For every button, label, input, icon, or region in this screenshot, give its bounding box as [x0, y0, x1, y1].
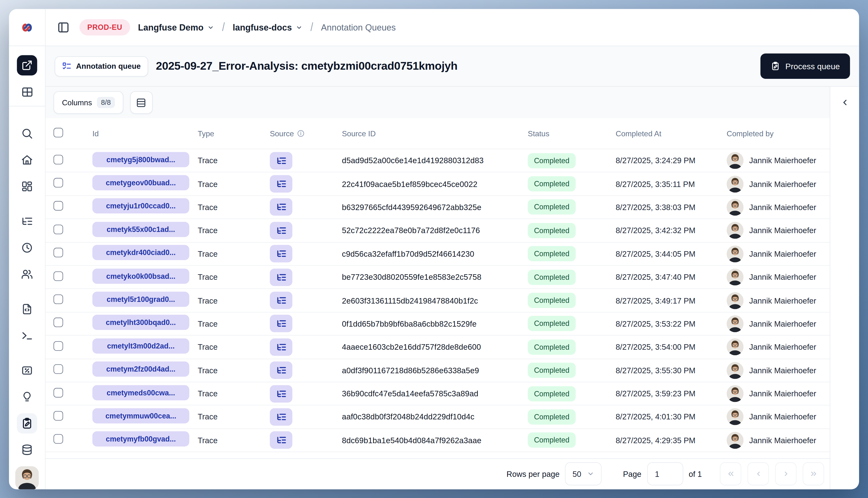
trace-source-link[interactable] [270, 268, 293, 286]
sidebar-item-insights[interactable] [17, 387, 37, 407]
previous-page-button[interactable] [748, 462, 769, 485]
sidebar-item-table-view[interactable] [17, 82, 37, 102]
process-queue-button[interactable]: Process queue [761, 54, 850, 79]
list-tree-icon [276, 435, 287, 446]
row-checkbox[interactable] [54, 294, 63, 304]
trace-source-link[interactable] [270, 408, 293, 425]
rows-per-page-label: Rows per page [507, 469, 560, 478]
sidebar-item-tracing[interactable] [17, 211, 37, 232]
rows-per-page-select[interactable]: 50 [565, 462, 601, 485]
status-badge: Completed [528, 409, 575, 424]
annotation-queue-items-table: Id Type Source Source ID Status Complete… [46, 118, 830, 489]
item-id-link[interactable]: cmetylt3m00d2ad... [92, 338, 189, 354]
row-checkbox[interactable] [54, 364, 63, 374]
source-id: 4aaece1603cb2e16dd757f28de8de600 [342, 342, 528, 351]
select-all-checkbox[interactable] [54, 128, 63, 137]
row-checkbox[interactable] [54, 411, 63, 421]
langfuse-logo[interactable] [9, 9, 46, 45]
trace-source-link[interactable] [270, 315, 293, 333]
sidebar-item-datasets[interactable] [17, 440, 37, 460]
source-id: b63297665cfd4439592649672abb325e [342, 202, 528, 211]
item-id-link[interactable]: cmetyju1r00ccad0... [92, 198, 189, 214]
row-height-button[interactable] [130, 91, 153, 114]
page-total-label: of 1 [689, 469, 702, 478]
table-row[interactable]: cmetymyfb00gvad... Trace 8dc69b1ba1e540b… [46, 429, 830, 452]
status-badge: Completed [528, 270, 575, 285]
first-page-button[interactable] [720, 462, 741, 485]
source-id: 52c72c2222ea78e0b7a72d8f2e0c1176 [342, 226, 528, 235]
sidebar-item-prompts[interactable] [17, 299, 37, 319]
row-checkbox[interactable] [54, 434, 63, 444]
completed-by-name: Jannik Maierhoefer [749, 342, 816, 351]
table-body: cmetyg5j800bwad... Trace d5ad9d52a00c6e1… [46, 149, 830, 452]
table-row[interactable]: cmetyg5j800bwad... Trace d5ad9d52a00c6e1… [46, 149, 830, 173]
trace-source-link[interactable] [270, 245, 293, 263]
trace-source-link[interactable] [270, 152, 293, 169]
table-row[interactable]: cmetykdr400ciad0... Trace c9d56ca32efaff… [46, 243, 830, 266]
table-row[interactable]: cmetyk55x00c1ad... Trace 52c72c2222ea78e… [46, 219, 830, 243]
item-id-link[interactable]: cmetyko0k00bsad... [92, 268, 189, 284]
row-checkbox[interactable] [54, 248, 63, 258]
sidebar-item-home[interactable] [17, 150, 37, 170]
table-row[interactable]: cmetyko0k00bsad... Trace be7723e30d80205… [46, 266, 830, 289]
item-id-link[interactable]: cmetymeds00cwa... [92, 385, 189, 400]
item-id-link[interactable]: cmetyg5j800bwad... [92, 152, 189, 167]
last-page-button[interactable] [803, 462, 824, 485]
item-id-link[interactable]: cmetym2fz00d4ad... [92, 362, 189, 377]
next-page-button[interactable] [775, 462, 796, 485]
user-avatar[interactable] [15, 466, 39, 489]
table-row[interactable]: cmetyju1r00ccad0... Trace b63297665cfd44… [46, 196, 830, 219]
app-window: PROD-EU Langfuse Demo / langfuse-docs / … [9, 9, 859, 489]
trace-source-link[interactable] [270, 385, 293, 402]
trace-source-link[interactable] [270, 431, 293, 449]
row-checkbox[interactable] [54, 341, 63, 351]
sidebar-item-search[interactable] [17, 123, 37, 144]
item-id-link[interactable]: cmetymmuw00cea... [92, 408, 189, 423]
item-id-link[interactable]: cmetygeov00buad... [92, 175, 189, 191]
completed-at: 8/27/2025, 3:54:00 PM [616, 342, 727, 351]
row-checkbox[interactable] [54, 388, 63, 397]
row-checkbox[interactable] [54, 155, 63, 165]
sidebar-item-annotation-queues[interactable] [17, 414, 37, 434]
table-row[interactable]: cmetymeds00cwa... Trace 36b90cdfc47e5da1… [46, 382, 830, 405]
collapse-panel-button[interactable] [837, 95, 853, 110]
sidebar-toggle-icon[interactable] [55, 19, 72, 36]
row-checkbox[interactable] [54, 178, 63, 187]
project-selector[interactable]: langfuse-docs [233, 22, 303, 32]
desktop-background: PROD-EU Langfuse Demo / langfuse-docs / … [0, 0, 868, 498]
table-row[interactable]: cmetygeov00buad... Trace 22c41f09acae5b1… [46, 173, 830, 196]
org-selector[interactable]: Langfuse Demo [138, 22, 214, 32]
row-checkbox[interactable] [54, 318, 63, 327]
sidebar-item-dashboards[interactable] [17, 176, 37, 196]
item-id-link[interactable]: cmetylht300bqad0... [92, 315, 189, 330]
item-id-link[interactable]: cmetyk55x00c1ad... [92, 222, 189, 237]
trace-source-link[interactable] [270, 222, 293, 239]
sidebar-item-open-external[interactable] [17, 55, 37, 76]
row-checkbox[interactable] [54, 271, 63, 281]
status-badge: Completed [528, 339, 575, 354]
page-number-input[interactable] [647, 462, 683, 485]
row-checkbox[interactable] [54, 201, 63, 211]
table-row[interactable]: cmetymmuw00cea... Trace aaf0c38db0f3f204… [46, 405, 830, 429]
item-id-link[interactable]: cmetyl5r100grad0... [92, 292, 189, 307]
completed-by-name: Jannik Maierhoefer [749, 156, 816, 165]
trace-source-link[interactable] [270, 198, 293, 216]
item-id-link[interactable]: cmetymyfb00gvad... [92, 431, 189, 447]
columns-label: Columns [62, 98, 92, 107]
trace-source-link[interactable] [270, 292, 293, 309]
table-row[interactable]: cmetym2fz00d4ad... Trace a0df3f901167218… [46, 359, 830, 382]
row-checkbox[interactable] [54, 224, 63, 234]
table-row[interactable]: cmetyl5r100grad0... Trace 2e603f31361115… [46, 289, 830, 313]
columns-button[interactable]: Columns 8/8 [54, 91, 124, 114]
trace-source-link[interactable] [270, 362, 293, 379]
trace-source-link[interactable] [270, 338, 293, 356]
source-id: 0f1dd65b7bb9bf6ba8a6cbb82c1529fe [342, 319, 528, 328]
sidebar-item-sessions[interactable] [17, 238, 37, 258]
trace-source-link[interactable] [270, 175, 293, 193]
table-row[interactable]: cmetylht300bqad0... Trace 0f1dd65b7bb9bf… [46, 313, 830, 336]
sidebar-item-evaluation[interactable] [17, 360, 37, 380]
sidebar-item-playground[interactable] [17, 325, 37, 345]
table-row[interactable]: cmetylt3m00d2ad... Trace 4aaece1603cb2e1… [46, 336, 830, 359]
item-id-link[interactable]: cmetykdr400ciad0... [92, 245, 189, 260]
sidebar-item-users[interactable] [17, 264, 37, 284]
